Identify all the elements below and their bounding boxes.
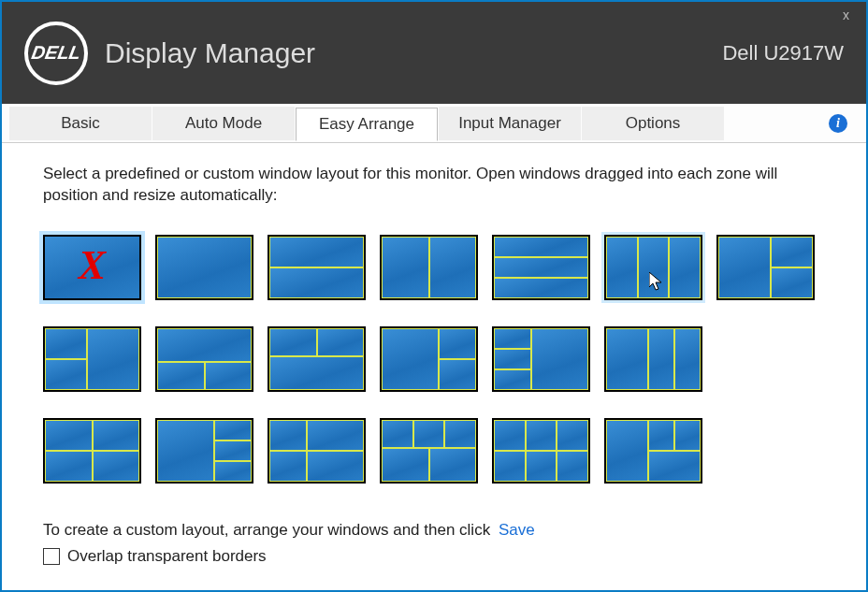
title-bar: DELL Display Manager Dell U2917W x	[2, 2, 866, 104]
layout-option-h2[interactable]	[268, 235, 366, 300]
tab-content-easy-arrange: Select a predefined or custom window lay…	[2, 143, 866, 577]
layout-option-3left-bigright[interactable]	[492, 326, 590, 392]
layout-option-bigtop-2bottom[interactable]	[155, 326, 253, 392]
tab-bar: BasicAuto ModeEasy ArrangeInput ManagerO…	[2, 104, 866, 143]
overlap-label: Overlap transparent borders	[67, 547, 267, 566]
custom-layout-text: To create a custom layout, arrange your …	[43, 521, 490, 539]
layout-option-none[interactable]: X	[43, 235, 141, 300]
layout-option-bigleft-2right-b[interactable]	[380, 326, 478, 392]
layout-option-bigleft-2right[interactable]	[716, 235, 815, 300]
layout-option-quad[interactable]	[43, 418, 141, 484]
layout-option-quad-tall-left[interactable]	[268, 418, 366, 484]
save-link[interactable]: Save	[499, 521, 535, 539]
description-text: Select a predefined or custom window lay…	[43, 164, 825, 207]
layout-option-3top-2bottom[interactable]	[380, 418, 478, 484]
dell-logo-icon: DELL	[24, 22, 88, 85]
layout-option-2top-bigbottom[interactable]	[268, 326, 366, 392]
tab-options[interactable]: Options	[582, 107, 724, 140]
tab-input-manager[interactable]: Input Manager	[439, 107, 581, 140]
info-icon[interactable]: i	[829, 114, 847, 133]
monitor-model: Dell U2917W	[722, 41, 844, 65]
app-title: Display Manager	[105, 37, 315, 69]
layout-option-full[interactable]	[155, 235, 253, 300]
layout-option-h3[interactable]	[492, 235, 590, 300]
dell-logo-text: DELL	[30, 42, 82, 64]
layout-option-v3-wideleft[interactable]	[604, 326, 702, 392]
overlap-checkbox[interactable]	[43, 548, 60, 565]
layout-grid: X	[43, 235, 825, 484]
layout-option-2x3[interactable]	[492, 418, 590, 484]
layout-option-2left-bigright[interactable]	[43, 326, 141, 392]
footer: To create a custom layout, arrange your …	[43, 521, 825, 566]
tab-easy-arrange[interactable]: Easy Arrange	[296, 108, 438, 141]
layout-option-v2[interactable]	[380, 235, 478, 300]
layout-option-v3[interactable]	[604, 235, 702, 300]
none-x-icon: X	[79, 241, 106, 289]
tab-basic[interactable]: Basic	[9, 107, 152, 140]
tab-auto-mode[interactable]: Auto Mode	[152, 107, 295, 140]
close-button[interactable]: x	[843, 7, 849, 22]
layout-option-bigleft-3right[interactable]	[155, 418, 253, 484]
layout-option-bigleft-2top-1bottom[interactable]	[604, 418, 702, 484]
